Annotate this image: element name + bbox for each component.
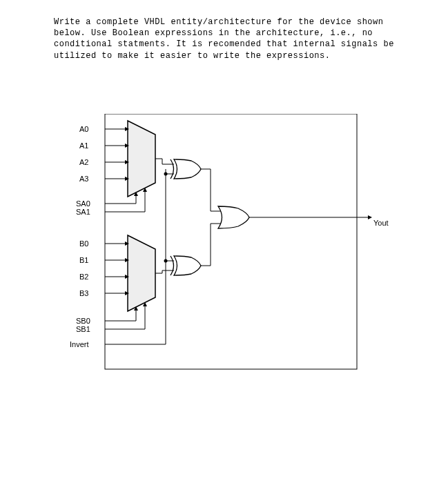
problem-prompt: Write a complete VHDL entity/architectur… bbox=[54, 17, 413, 61]
xor-gate-b bbox=[171, 256, 201, 275]
svg-marker-47 bbox=[368, 215, 372, 219]
label-yout: Yout bbox=[373, 219, 389, 227]
or-gate bbox=[218, 206, 249, 228]
label-sa0: SA0 bbox=[76, 199, 90, 208]
mux-b bbox=[128, 235, 155, 311]
label-a1: A1 bbox=[79, 141, 88, 150]
circuit-diagram: A0 A1 A2 A3 SA0 SA1 B0 B1 B2 B3 SB0 SB1 … bbox=[72, 114, 411, 393]
label-sb1: SB1 bbox=[76, 325, 90, 333]
xor-gate-a bbox=[171, 159, 201, 179]
label-b0: B0 bbox=[79, 239, 88, 248]
svg-point-34 bbox=[164, 172, 168, 176]
label-a2: A2 bbox=[79, 158, 88, 166]
svg-point-39 bbox=[164, 259, 168, 263]
label-b1: B1 bbox=[79, 256, 88, 264]
label-a3: A3 bbox=[79, 175, 88, 183]
label-b3: B3 bbox=[79, 289, 88, 297]
label-sa1: SA1 bbox=[76, 208, 90, 216]
mux-a bbox=[128, 121, 155, 197]
label-sb0: SB0 bbox=[76, 317, 90, 325]
label-a0: A0 bbox=[79, 125, 88, 133]
label-invert: Invert bbox=[70, 340, 89, 348]
label-b2: B2 bbox=[79, 273, 88, 281]
